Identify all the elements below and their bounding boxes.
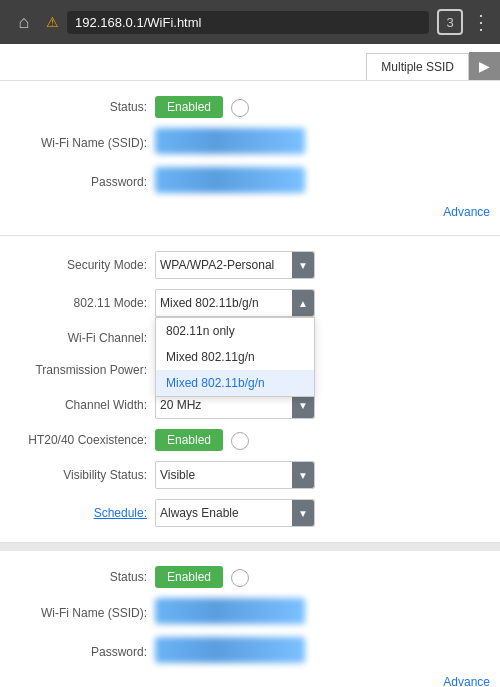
visibility-label: Visibility Status: <box>10 468 155 482</box>
password-label: Password: <box>10 175 155 189</box>
wifi-name-label-2: Wi-Fi Name (SSID): <box>10 606 155 620</box>
home-button[interactable]: ⌂ <box>10 8 38 36</box>
dropdown-item-2[interactable]: Mixed 802.11b/g/n <box>156 370 314 396</box>
ht-coexistence-value: Enabled <box>155 429 490 451</box>
security-mode-dropdown[interactable]: WPA/WPA2-Personal ▼ <box>155 251 490 279</box>
visibility-row: Visibility Status: Visible ▼ <box>0 456 500 494</box>
advance-link[interactable]: Advance <box>0 201 500 225</box>
advance-link-2[interactable]: Advance <box>0 671 500 687</box>
wifi-name-row: Wi-Fi Name (SSID): <box>0 123 500 162</box>
schedule-row: Schedule: Always Enable ▼ <box>0 494 500 532</box>
url-text: 192.168.0.1/WiFi.html <box>75 15 201 30</box>
mode-802-row: 802.11 Mode: Mixed 802.11b/g/n ▲ 802.11n… <box>0 284 500 322</box>
wifi-name-value <box>155 128 490 157</box>
address-bar[interactable]: 192.168.0.1/WiFi.html <box>67 11 429 34</box>
mode-802-label: 802.11 Mode: <box>10 296 155 310</box>
status-row-2: Status: Enabled <box>0 561 500 593</box>
tab-bar: Multiple SSID ▶ <box>0 44 500 81</box>
chevron-down-icon-4: ▼ <box>292 500 314 526</box>
transmission-power-label: Transmission Power: <box>10 363 155 377</box>
wifi-advanced-section: Security Mode: WPA/WPA2-Personal ▼ 802.1… <box>0 236 500 543</box>
password-blurred <box>155 167 305 193</box>
channel-width-label: Channel Width: <box>10 398 155 412</box>
warning-icon: ⚠ <box>46 14 59 30</box>
security-mode-select[interactable]: WPA/WPA2-Personal ▼ <box>155 251 315 279</box>
wifi-channel-label: Wi-Fi Channel: <box>10 331 155 345</box>
visibility-select[interactable]: Visible ▼ <box>155 461 315 489</box>
security-mode-label: Security Mode: <box>10 258 155 272</box>
password-row-2: Password: <box>0 632 500 671</box>
status-label-2: Status: <box>10 570 155 584</box>
dropdown-item-0[interactable]: 802.11n only <box>156 318 314 344</box>
wifi-name-blurred-2 <box>155 598 305 624</box>
menu-button[interactable]: ⋮ <box>471 10 490 34</box>
chevron-up-icon: ▲ <box>292 290 314 316</box>
ht-toggle-knob[interactable] <box>231 432 249 450</box>
wifi-basic-section: Status: Enabled Wi-Fi Name (SSID): Passw… <box>0 81 500 236</box>
mode-802-dropdown[interactable]: Mixed 802.11b/g/n ▲ 802.11n only Mixed 8… <box>155 289 490 317</box>
password-blurred-2 <box>155 637 305 663</box>
status-label: Status: <box>10 100 155 114</box>
status-value: Enabled <box>155 96 490 118</box>
password-label-2: Password: <box>10 645 155 659</box>
status-row: Status: Enabled <box>0 91 500 123</box>
toggle-knob-2[interactable] <box>231 569 249 587</box>
status-value-2: Enabled <box>155 566 490 588</box>
status-enabled-button-2[interactable]: Enabled <box>155 566 223 588</box>
wifi-name-blurred <box>155 128 305 154</box>
schedule-label: Schedule: <box>10 506 155 520</box>
dropdown-item-1[interactable]: Mixed 802.11g/n <box>156 344 314 370</box>
wifi-name-row-2: Wi-Fi Name (SSID): <box>0 593 500 632</box>
schedule-dropdown[interactable]: Always Enable ▼ <box>155 499 490 527</box>
ht-coexistence-label: HT20/40 Coexistence: <box>10 433 155 447</box>
chevron-down-icon: ▼ <box>292 252 314 278</box>
schedule-select[interactable]: Always Enable ▼ <box>155 499 315 527</box>
section-separator <box>0 543 500 551</box>
tab-count-badge[interactable]: 3 <box>437 9 463 35</box>
tab-multiple-ssid[interactable]: Multiple SSID <box>366 53 469 80</box>
password-row: Password: <box>0 162 500 201</box>
tab-arrow[interactable]: ▶ <box>469 52 500 80</box>
chevron-down-icon-3: ▼ <box>292 462 314 488</box>
password-value-2 <box>155 637 490 666</box>
ht-coexistence-button[interactable]: Enabled <box>155 429 223 451</box>
arrow-icon: ▶ <box>479 58 490 74</box>
visibility-dropdown[interactable]: Visible ▼ <box>155 461 490 489</box>
status-enabled-button[interactable]: Enabled <box>155 96 223 118</box>
password-value <box>155 167 490 196</box>
mode-802-select[interactable]: Mixed 802.11b/g/n ▲ <box>155 289 315 317</box>
security-mode-row: Security Mode: WPA/WPA2-Personal ▼ <box>0 246 500 284</box>
dots-icon: ⋮ <box>471 11 490 33</box>
home-icon: ⌂ <box>19 12 30 33</box>
wifi-basic-section-2: Status: Enabled Wi-Fi Name (SSID): Passw… <box>0 551 500 687</box>
wifi-name-value-2 <box>155 598 490 627</box>
mode-802-menu: 802.11n only Mixed 802.11g/n Mixed 802.1… <box>155 317 315 397</box>
toggle-knob[interactable] <box>231 99 249 117</box>
wifi-name-label: Wi-Fi Name (SSID): <box>10 136 155 150</box>
schedule-link[interactable]: Schedule: <box>94 506 147 520</box>
ht-coexistence-row: HT20/40 Coexistence: Enabled <box>0 424 500 456</box>
